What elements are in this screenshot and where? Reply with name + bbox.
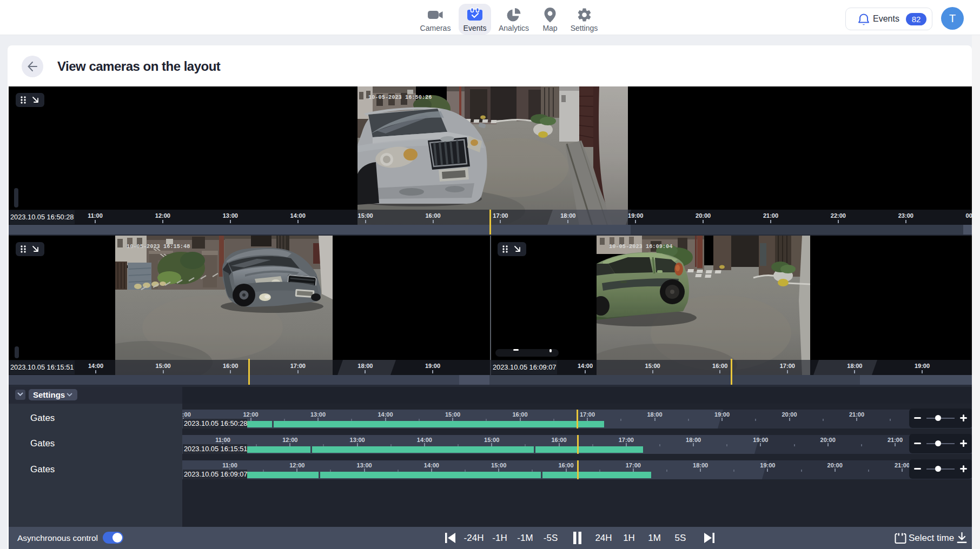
svg-text:10-05-2023 16:15:48: 10-05-2023 16:15:48: [127, 243, 190, 250]
svg-text:10-05-2023 16:50:26: 10-05-2023 16:50:26: [368, 94, 432, 101]
svg-text:10-05-2023 16:09:04: 10-05-2023 16:09:04: [609, 243, 672, 250]
